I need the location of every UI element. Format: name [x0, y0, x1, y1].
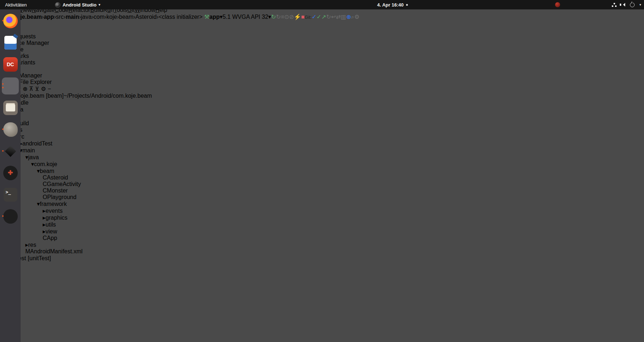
tree-row[interactable]: ▸utils — [0, 221, 644, 228]
breadcrumb-item[interactable]: koje — [106, 14, 117, 20]
git-rollback-icon[interactable]: ↩ — [331, 14, 336, 20]
tool-window-button-pull-requests[interactable]: Pull Requests — [0, 33, 644, 40]
tree-row[interactable]: CAsteroid — [0, 174, 644, 181]
tree-row[interactable]: ▸view — [0, 228, 644, 235]
tree-row[interactable]: ▸build — [0, 120, 644, 127]
breadcrumb-item[interactable]: <class initializer> — [158, 14, 202, 20]
dock-item-gimp[interactable] — [2, 121, 19, 138]
tree-item-label: events — [46, 208, 63, 214]
tree-row[interactable]: ▸res — [0, 241, 644, 248]
activities-button[interactable]: Aktivitäten — [5, 2, 27, 8]
run-icon[interactable]: ↻ — [276, 14, 281, 20]
tool-window-button-device-file-explorer[interactable]: Device File Explorer — [0, 79, 644, 85]
tree-row[interactable]: ▾com.koje.beam [beam]~/Projects/Android/… — [0, 92, 644, 99]
fold-icon[interactable]: ⌄ — [0, 314, 644, 321]
tree-row[interactable]: ▾src — [0, 133, 644, 140]
dock-item-darktable[interactable]: ✚ — [2, 164, 19, 181]
dock-item-camera[interactable] — [2, 208, 19, 225]
tree-row[interactable]: ▸events — [0, 207, 644, 214]
line-number: 12 — [0, 275, 644, 281]
device-manager-icon[interactable]: ▥ — [341, 14, 346, 20]
git-history-icon[interactable]: ↻ — [326, 14, 331, 20]
tree-expander-icon[interactable]: ▾ — [37, 168, 40, 174]
tree-row[interactable]: ▾java — [0, 154, 644, 161]
tree-row[interactable]: MAndroidManifest.xml — [0, 248, 644, 255]
volume-icon[interactable] — [621, 3, 625, 7]
tree-row[interactable]: CApp — [0, 235, 644, 241]
breadcrumb-item[interactable]: src — [56, 14, 64, 20]
tree-expander-icon[interactable]: ▸ — [43, 208, 46, 214]
settings-icon[interactable]: ⚙ — [354, 14, 359, 20]
sdk-icon[interactable]: ⊕ — [346, 14, 351, 20]
tree-row[interactable]: ▸.gradle — [0, 99, 644, 106]
stop-icon[interactable]: ■ — [301, 14, 305, 20]
breadcrumb-item[interactable]: beam — [119, 14, 133, 20]
tree-row[interactable]: libs — [0, 127, 644, 133]
debug-icon[interactable]: ⊙ — [284, 14, 289, 20]
dock-item-firefox[interactable] — [2, 12, 19, 29]
app-menu-button[interactable]: Android Studio ▾ — [55, 2, 100, 8]
clock[interactable]: 4. Apr 16:40 — [377, 2, 408, 8]
run-config-select[interactable]: app▾ — [209, 14, 222, 20]
tree-row[interactable]: ▸androidTest — [0, 140, 644, 147]
attach-icon[interactable]: ⚡ — [294, 14, 301, 20]
dock-item-davinci[interactable]: DC — [2, 56, 19, 73]
tool-window-button-commit[interactable]: Commit — [0, 27, 644, 33]
dock-item-terminal[interactable]: >_ — [2, 186, 19, 203]
tree-item-label: GameActivity — [47, 181, 81, 187]
tree-expander-icon[interactable]: ▸ — [43, 228, 46, 235]
tree-row[interactable]: CMonster — [0, 187, 644, 194]
tool-window-button-device-manager[interactable]: Device Manager — [0, 72, 644, 79]
tool-window-button-structure[interactable]: Structure — [0, 46, 644, 53]
rerun-icon[interactable]: ↻ — [271, 14, 276, 20]
chevron-down-icon[interactable]: ▾ — [639, 3, 641, 7]
tree-expander-icon[interactable]: ▸ — [43, 221, 46, 228]
profiler-icon[interactable]: ⊘ — [289, 14, 294, 20]
tree-expander-icon[interactable]: ▾ — [25, 154, 28, 160]
breadcrumb-item[interactable]: java — [81, 14, 91, 20]
davinci-icon: DC — [3, 57, 18, 72]
git-update-icon[interactable]: ✓ — [312, 14, 316, 20]
network-icon[interactable] — [612, 3, 617, 7]
search-icon[interactable]: ⌕ — [351, 14, 354, 20]
breadcrumb-item[interactable]: app — [44, 14, 54, 20]
tree-expander-icon[interactable]: ▸ — [25, 242, 28, 248]
tool-window-button-gradle[interactable]: Gradle — [0, 66, 644, 72]
files-icon — [3, 101, 18, 115]
tree-row[interactable]: ▾com.koje — [0, 161, 644, 168]
tree-row[interactable]: OPlayground — [0, 194, 644, 200]
git-commit-icon[interactable]: ✓ — [316, 14, 321, 20]
tool-window-button-resource-manager[interactable]: Resource Manager — [0, 40, 644, 46]
tree-row[interactable]: ▸graphics — [0, 214, 644, 221]
tree-expander-icon[interactable]: ▾ — [37, 201, 40, 207]
tool-window-button-project[interactable]: Project — [0, 20, 644, 27]
tree-row[interactable]: ▾beam — [0, 168, 644, 174]
tree-expander-icon[interactable]: ▾ — [31, 161, 34, 167]
tree-row[interactable]: ▸.idea — [0, 106, 644, 113]
tree-row[interactable]: ▸test[unitTest] — [0, 255, 644, 262]
breadcrumb-item[interactable]: Asteroid — [135, 14, 157, 20]
breadcrumb-item[interactable]: com — [94, 14, 105, 20]
breadcrumb-item[interactable]: main — [65, 14, 79, 20]
tool-window-button-build-variants[interactable]: Build Variants — [0, 59, 644, 66]
run-list-icon[interactable]: ≡ — [281, 14, 284, 20]
editor[interactable]: 101112131415⌄16⌄1718192021⌄2223242526⌃27… — [0, 262, 644, 342]
line-number: 16 — [0, 308, 644, 314]
android-studio-icon — [3, 79, 18, 93]
sync-icon[interactable]: ⇄ — [336, 14, 341, 20]
build-hammer-icon[interactable]: ⚒ — [204, 14, 209, 20]
tool-window-button-bookmarks[interactable]: Bookmarks — [0, 53, 644, 59]
dock-item-files[interactable] — [2, 99, 19, 116]
tree-row[interactable]: CGameActivity — [0, 181, 644, 187]
dock-item-libreoffice[interactable] — [2, 34, 19, 51]
dock-item-android-studio[interactable] — [2, 77, 19, 94]
power-icon[interactable] — [630, 3, 635, 7]
fold-icon[interactable]: ⌄ — [0, 301, 644, 308]
tree-row[interactable]: ▾framework — [0, 200, 644, 207]
device-select[interactable]: 5.1 WVGA API 32▾ — [222, 14, 271, 20]
tree-row[interactable]: ▾main — [0, 147, 644, 154]
git-push-icon[interactable]: ↗ — [321, 14, 326, 20]
tree-expander-icon[interactable]: ▸ — [43, 215, 46, 221]
tree-row[interactable]: ▾app — [0, 113, 644, 120]
dock-item-inkscape[interactable] — [2, 143, 19, 160]
